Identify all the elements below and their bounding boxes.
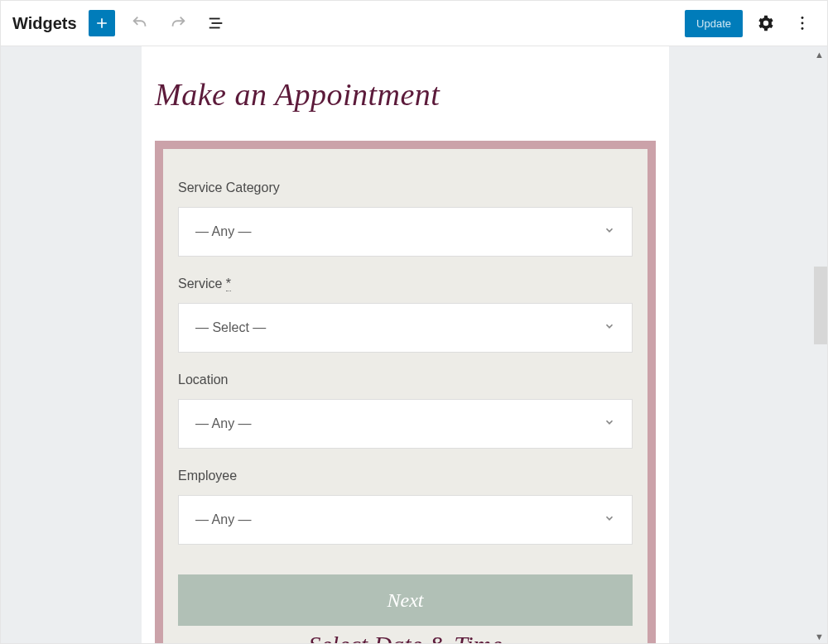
select-location[interactable]: — Any —: [178, 399, 633, 449]
gear-icon: [757, 14, 775, 32]
svg-point-3: [802, 17, 804, 19]
select-value: — Any —: [195, 416, 252, 431]
label-service-category: Service Category: [178, 180, 633, 195]
editor-topbar: Widgets Update: [0, 0, 828, 46]
topbar-right: Update: [685, 10, 816, 37]
undo-button: [127, 10, 153, 36]
select-service-category[interactable]: — Any —: [178, 207, 633, 257]
required-indicator: *: [226, 276, 231, 291]
topbar-left: Widgets: [12, 10, 229, 36]
editor-canvas: Make an Appointment Service Category — A…: [0, 46, 828, 644]
select-employee[interactable]: — Any —: [178, 495, 633, 545]
chevron-down-icon: [604, 320, 615, 335]
kebab-icon: [793, 14, 811, 32]
select-value: — Select —: [195, 320, 266, 335]
select-value: — Any —: [195, 512, 252, 527]
undo-icon: [131, 14, 149, 32]
update-button[interactable]: Update: [685, 10, 743, 37]
plus-icon: [94, 15, 110, 31]
select-service[interactable]: — Select —: [178, 303, 633, 353]
field-service-category: Service Category — Any —: [178, 180, 633, 257]
select-value: — Any —: [195, 224, 252, 239]
more-options-button[interactable]: [789, 10, 816, 36]
appointment-form-card: Service Category — Any — Service * — Sel…: [155, 141, 656, 643]
chevron-down-icon: [604, 224, 615, 239]
list-view-icon: [207, 14, 225, 32]
label-location: Location: [178, 372, 633, 387]
svg-rect-1: [211, 22, 222, 24]
form-heading: Make an Appointment: [155, 76, 669, 113]
field-employee: Employee — Any —: [178, 469, 633, 545]
settings-button[interactable]: [753, 10, 779, 36]
label-service: Service *: [178, 276, 633, 291]
chevron-down-icon: [604, 416, 615, 431]
svg-point-4: [802, 22, 804, 25]
widget-preview: Make an Appointment Service Category — A…: [142, 46, 669, 643]
step-2-title: Select Date & Time: [178, 631, 633, 643]
svg-rect-2: [209, 27, 219, 29]
svg-rect-0: [209, 18, 219, 20]
add-block-button[interactable]: [89, 10, 115, 36]
chevron-down-icon: [604, 512, 615, 527]
field-location: Location — Any —: [178, 372, 633, 449]
label-employee: Employee: [178, 469, 633, 483]
page-title: Widgets: [12, 14, 77, 33]
scroll-up-button[interactable]: ▲: [815, 50, 824, 60]
label-service-text: Service: [178, 276, 226, 291]
next-button[interactable]: Next: [178, 574, 633, 626]
list-view-button[interactable]: [203, 10, 229, 36]
redo-button: [165, 10, 191, 36]
svg-point-5: [802, 27, 804, 30]
redo-icon: [169, 14, 187, 32]
scrollbar-thumb[interactable]: [814, 267, 827, 344]
scroll-down-button[interactable]: ▼: [815, 632, 824, 642]
field-service: Service * — Select —: [178, 276, 633, 353]
